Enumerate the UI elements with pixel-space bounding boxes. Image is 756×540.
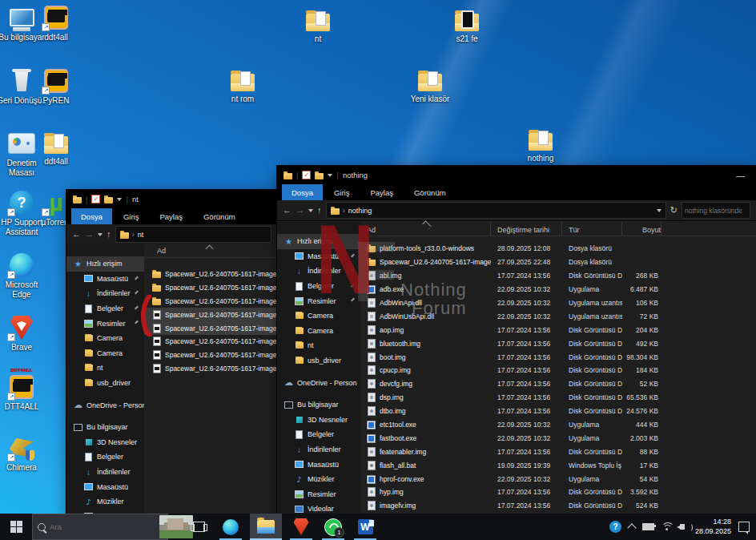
action-center-icon[interactable] bbox=[738, 522, 750, 532]
file-row[interactable]: Spacewar_U2.6-240705-1617-image-logi... bbox=[144, 349, 277, 362]
history-dropdown-icon[interactable] bbox=[98, 233, 103, 236]
nav-item[interactable]: Resimler bbox=[277, 293, 360, 308]
column-header-name[interactable]: Ad bbox=[144, 244, 277, 258]
taskbar-edge[interactable] bbox=[215, 514, 247, 540]
file-row[interactable]: Spacewar_U2.6-240705-1617-image-logi... bbox=[144, 295, 277, 308]
file-row[interactable]: AdbWinUsbApi.dll 22.09.2025 10:32 Uygula… bbox=[360, 309, 756, 323]
quick-access-folder-icon[interactable] bbox=[315, 173, 324, 179]
column-header-type[interactable]: Tür bbox=[562, 222, 622, 236]
file-row[interactable]: imagefv.img 17.07.2024 13:56 Disk Görünt… bbox=[360, 499, 756, 513]
address-dropdown-icon[interactable] bbox=[657, 209, 662, 212]
nav-item[interactable]: Camera bbox=[66, 331, 144, 346]
ribbon-tab[interactable]: Dosya bbox=[71, 208, 112, 224]
history-dropdown-icon[interactable] bbox=[308, 209, 313, 212]
nav-item[interactable]: Camera bbox=[277, 308, 360, 324]
nav-item[interactable]: Müzikler bbox=[66, 494, 144, 510]
explorer-window-nt[interactable]: | ✓ | nt DosyaGirişPaylaşGörünüm ← → ↑ ›… bbox=[66, 190, 277, 514]
hp-support-tray-icon[interactable]: ? bbox=[609, 521, 621, 533]
nav-item[interactable]: Resimler bbox=[66, 316, 144, 331]
search-input[interactable] bbox=[685, 207, 747, 215]
file-row[interactable]: aop.img 17.07.2024 13:56 Disk Görüntüsü … bbox=[360, 323, 756, 336]
ribbon-tab[interactable]: Paylaş bbox=[150, 208, 192, 224]
file-row[interactable]: etc1tool.exe 22.09.2025 10:32 Uygulama 4… bbox=[360, 418, 756, 432]
titlebar[interactable]: | ✓ | nothing — bbox=[277, 166, 756, 184]
nav-item[interactable]: Belgeler bbox=[66, 449, 144, 465]
nav-item[interactable]: Bu bilgisayar bbox=[66, 420, 144, 435]
quick-access-dropdown-icon[interactable] bbox=[117, 198, 122, 201]
nav-item[interactable]: İndirilenler bbox=[66, 465, 144, 480]
file-row[interactable]: Spacewar_U2.6-240705-1617-image-firm... bbox=[144, 321, 277, 335]
forward-icon[interactable]: → bbox=[85, 230, 94, 239]
nav-item[interactable]: 3D Nesneler bbox=[66, 435, 144, 450]
file-row[interactable]: dtbo.img 17.07.2024 13:56 Disk Görüntüsü… bbox=[360, 405, 756, 418]
taskbar-brave[interactable] bbox=[285, 514, 317, 540]
file-row[interactable]: Spacewar_U2.6-240705-1617-image-boo... bbox=[144, 308, 277, 321]
ribbon-tab[interactable]: Görünüm bbox=[194, 208, 245, 224]
nav-item[interactable]: İndirilenler bbox=[277, 442, 360, 457]
tray-clock[interactable]: 14:28 28.09.2025 bbox=[695, 518, 731, 536]
file-row[interactable]: Spacewar_U2.6-240705-1617-image-firm... bbox=[144, 281, 277, 295]
task-view-button[interactable] bbox=[183, 514, 215, 540]
taskbar-word[interactable]: W bbox=[349, 514, 381, 540]
taskbar-search-input[interactable] bbox=[50, 522, 155, 531]
desktop-icon-brave[interactable]: ↗ Brave bbox=[0, 314, 46, 353]
start-button[interactable] bbox=[0, 514, 32, 540]
ribbon-tab[interactable]: Paylaş bbox=[360, 184, 403, 200]
nav-item[interactable]: Belgeler bbox=[66, 301, 144, 316]
volume-icon[interactable] bbox=[680, 524, 685, 530]
taskbar-search[interactable] bbox=[32, 514, 168, 540]
file-row[interactable]: Spacewar_U2.6-240705-1617-image-logi... bbox=[144, 362, 277, 376]
taskbar-file-explorer[interactable] bbox=[250, 514, 282, 540]
file-row[interactable]: Spacewar_U2.6-240705-1617-image-logi... bbox=[144, 335, 277, 349]
file-row[interactable]: platform-tools_r33.0.0-windows 28.09.202… bbox=[360, 242, 756, 256]
desktop-icon-nt-rom[interactable]: nt rom bbox=[218, 66, 267, 104]
file-row[interactable]: dsp.img 17.07.2024 13:56 Disk Görüntüsü … bbox=[360, 391, 756, 405]
nav-item[interactable]: OneDrive - Person bbox=[277, 375, 360, 390]
nav-item[interactable]: Bu bilgisayar bbox=[277, 397, 360, 413]
back-icon[interactable]: ← bbox=[283, 206, 292, 215]
desktop-icon-edge[interactable]: ↗ Microsoft Edge bbox=[0, 252, 46, 299]
nav-item[interactable]: Masaüstü bbox=[66, 479, 144, 494]
file-row[interactable]: fastboot.exe 22.09.2025 10:32 Uygulama 2… bbox=[360, 431, 756, 445]
file-row[interactable]: Spacewar_U2.6-240705-1617-image-logi... … bbox=[360, 256, 756, 269]
nav-item[interactable]: usb_driver bbox=[66, 376, 144, 391]
desktop-icon-pyren[interactable]: ↗ PyREN bbox=[31, 67, 81, 106]
taskbar-whatsapp[interactable]: 1 bbox=[317, 514, 349, 540]
explorer-window-nothing[interactable]: | ✓ | nothing — DosyaGirişPaylaşGörünüm … bbox=[277, 166, 756, 517]
column-header-date[interactable]: Değiştirme tarihi bbox=[491, 222, 562, 236]
file-row[interactable]: AdbWinApi.dll 22.09.2025 10:32 Uygulama … bbox=[360, 296, 756, 310]
wifi-icon[interactable] bbox=[662, 522, 673, 531]
nav-item[interactable]: Belgeler bbox=[277, 427, 360, 442]
quick-access-dropdown-icon[interactable] bbox=[328, 174, 332, 177]
nav-item[interactable]: Camera bbox=[277, 324, 360, 339]
desktop-icon-yeni-klasor[interactable]: Yeni klasör bbox=[405, 66, 455, 104]
nav-item[interactable]: İndirilenler bbox=[66, 286, 144, 301]
file-row[interactable]: Spacewar_U2.6-240705-1617-image-boot bbox=[144, 268, 277, 281]
quick-access-check-icon[interactable]: ✓ bbox=[302, 171, 311, 179]
desktop-icon-dtt4all[interactable]: DDT4ALL↗ DTT4ALL bbox=[0, 373, 46, 412]
ribbon-tab[interactable]: Giriş bbox=[114, 208, 149, 224]
nav-item[interactable]: İndirilenler bbox=[277, 264, 360, 279]
tray-expand-icon[interactable] bbox=[627, 523, 636, 532]
nav-item[interactable]: Masaüstü bbox=[66, 272, 144, 287]
refresh-icon[interactable]: ↻ bbox=[670, 205, 678, 216]
ribbon-tab[interactable]: Dosya bbox=[282, 184, 323, 200]
file-row[interactable]: cpucp.img 17.07.2024 13:56 Disk Görüntüs… bbox=[360, 364, 756, 377]
back-icon[interactable]: ← bbox=[72, 230, 81, 239]
forward-icon[interactable]: → bbox=[296, 206, 304, 215]
file-row[interactable]: hprof-conv.exe 22.09.2025 10:32 Uygulama… bbox=[360, 472, 756, 486]
nav-item[interactable]: Masaüstü bbox=[277, 457, 360, 472]
desktop-icon-nothing[interactable]: nothing bbox=[516, 125, 565, 163]
nav-item[interactable]: nt bbox=[66, 361, 144, 376]
nav-item[interactable]: Hızlı erişim bbox=[66, 256, 144, 272]
file-row[interactable]: abl.img 17.07.2024 13:56 Disk Görüntüsü … bbox=[360, 269, 756, 283]
battery-icon[interactable] bbox=[642, 523, 654, 530]
nav-item[interactable]: OneDrive - Person bbox=[66, 397, 144, 413]
ribbon-tab[interactable]: Giriş bbox=[324, 184, 360, 200]
file-row[interactable]: boot.img 17.07.2024 13:56 Disk Görüntüsü… bbox=[360, 350, 756, 364]
nav-item[interactable]: usb_driver bbox=[277, 353, 360, 369]
nav-item[interactable]: 3D Nesneler bbox=[277, 413, 360, 428]
search-box[interactable] bbox=[682, 202, 750, 219]
desktop-icon-s21fe[interactable]: s21 fe bbox=[442, 6, 492, 44]
nav-item[interactable]: nt bbox=[277, 338, 360, 353]
